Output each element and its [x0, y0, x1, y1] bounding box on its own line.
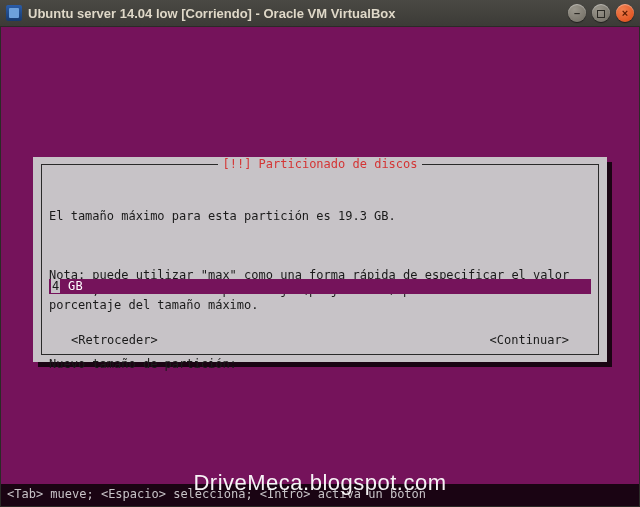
- dialog-text-maxsize: El tamaño máximo para esta partición es …: [49, 209, 591, 224]
- window-title: Ubuntu server 14.04 low [Corriendo] - Or…: [28, 6, 395, 21]
- partition-size-input[interactable]: 4 GB: [49, 279, 591, 294]
- titlebar[interactable]: Ubuntu server 14.04 low [Corriendo] - Or…: [0, 0, 640, 26]
- vm-display[interactable]: [!!] Particionado de discos El tamaño má…: [0, 26, 640, 507]
- dialog-title: [!!] Particionado de discos: [33, 157, 607, 172]
- installer-help-bar: <Tab> mueve; <Espacio> selecciona; <Intr…: [1, 484, 639, 506]
- dialog-nav: <Retroceder> <Continuar>: [49, 333, 591, 348]
- virtualbox-window: Ubuntu server 14.04 low [Corriendo] - Or…: [0, 0, 640, 507]
- dialog-text-prompt: Nuevo tamaño de partición:: [49, 357, 591, 372]
- virtualbox-icon: [6, 5, 22, 21]
- partition-dialog: [!!] Particionado de discos El tamaño má…: [33, 157, 607, 362]
- window-controls: – ×: [568, 4, 634, 22]
- back-button[interactable]: <Retroceder>: [71, 333, 158, 348]
- maximize-button[interactable]: [592, 4, 610, 22]
- continue-button[interactable]: <Continuar>: [490, 333, 569, 348]
- input-remainder: GB: [60, 279, 82, 293]
- close-button[interactable]: ×: [616, 4, 634, 22]
- minimize-button[interactable]: –: [568, 4, 586, 22]
